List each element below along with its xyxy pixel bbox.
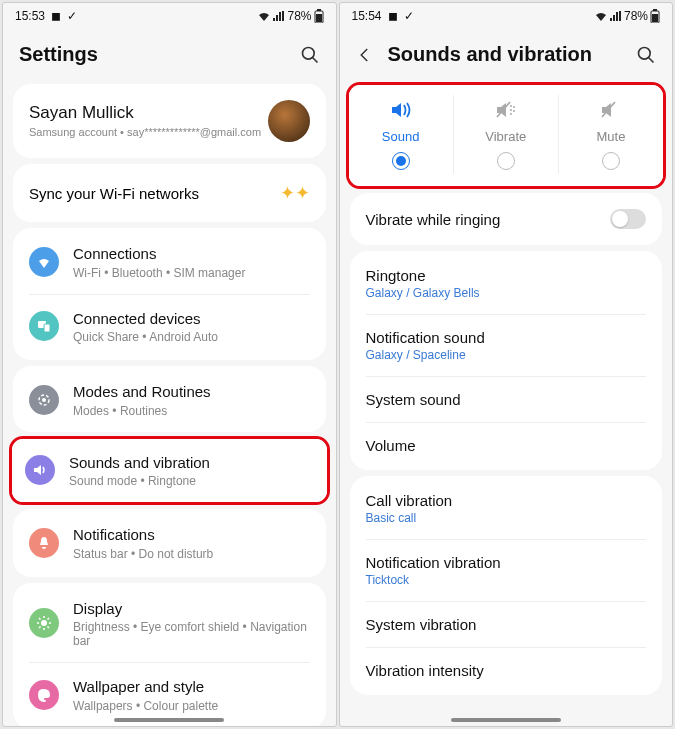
item-display[interactable]: Display Brightness • Eye comfort shield … (13, 585, 326, 663)
item-system-vibration[interactable]: System vibration (350, 602, 663, 647)
wifi-icon (257, 10, 271, 22)
mode-mute[interactable]: Mute (559, 95, 663, 174)
item-system-sound[interactable]: System sound (350, 377, 663, 422)
settings-screen: 15:53 ◼ ✓ 78% Settings Sayan Mullick (2, 2, 337, 727)
wifi-icon (594, 10, 608, 22)
radio-sound[interactable] (392, 152, 410, 170)
battery-pct: 78% (287, 9, 311, 23)
page-title: Settings (19, 43, 98, 66)
sound-mode-selector: Sound Vibrate Mute (349, 85, 664, 186)
vibrate-ring-card: Vibrate while ringing (350, 193, 663, 245)
svg-line-15 (48, 627, 50, 629)
mode-sound[interactable]: Sound (349, 95, 454, 174)
item-call-vibration[interactable]: Call vibration Basic call (350, 478, 663, 539)
battery-icon (314, 9, 324, 23)
header: Sounds and vibration (340, 25, 673, 78)
svg-rect-19 (652, 14, 658, 22)
mode-vibrate[interactable]: Vibrate (454, 95, 559, 174)
battery-icon (650, 9, 660, 23)
item-vibration-intensity[interactable]: Vibration intensity (350, 648, 663, 693)
wifi-circle-icon (29, 247, 59, 277)
display-card: Display Brightness • Eye comfort shield … (13, 583, 326, 728)
svg-point-21 (639, 47, 651, 59)
signal-icon (273, 11, 285, 21)
mute-icon (598, 99, 624, 121)
notif-icon: ◼ (51, 9, 61, 23)
sync-card[interactable]: Sync your Wi-Fi networks ✦✦ (13, 164, 326, 222)
highlight-modes: Sound Vibrate Mute (346, 82, 667, 189)
item-volume[interactable]: Volume (350, 423, 663, 468)
svg-rect-1 (316, 14, 322, 22)
signal-icon (610, 11, 622, 21)
svg-point-9 (41, 620, 47, 626)
svg-line-16 (39, 627, 41, 629)
notif-card: Notifications Status bar • Do not distur… (13, 509, 326, 577)
item-modes[interactable]: Modes and Routines Modes • Routines (13, 368, 326, 432)
item-connections[interactable]: Connections Wi-Fi • Bluetooth • SIM mana… (13, 230, 326, 294)
palette-icon (29, 680, 59, 710)
svg-rect-6 (44, 324, 50, 332)
bell-icon (29, 528, 59, 558)
sparkles-icon: ✦✦ (280, 182, 310, 204)
item-notification-sound[interactable]: Notification sound Galaxy / Spaceline (350, 315, 663, 376)
svg-rect-2 (317, 9, 321, 11)
home-indicator[interactable] (451, 718, 561, 722)
page-title: Sounds and vibration (388, 43, 592, 66)
account-name: Sayan Mullick (29, 103, 268, 123)
modes-card: Modes and Routines Modes • Routines (13, 366, 326, 432)
vibrate-icon (493, 99, 519, 121)
radio-vibrate[interactable] (497, 152, 515, 170)
time: 15:53 (15, 9, 45, 23)
devices-icon (29, 311, 59, 341)
svg-point-8 (42, 398, 46, 402)
search-icon[interactable] (636, 45, 656, 65)
notif-icon2: ✓ (404, 9, 414, 23)
item-vibrate-ringing[interactable]: Vibrate while ringing (350, 195, 663, 243)
notif-icon: ◼ (388, 9, 398, 23)
account-sub: Samsung account • say*************@gmail… (29, 125, 268, 139)
svg-line-4 (312, 57, 317, 62)
sound-on-icon (388, 99, 414, 121)
vibration-card: Call vibration Basic call Notification v… (350, 476, 663, 695)
item-notification-vibration[interactable]: Notification vibration Ticktock (350, 540, 663, 601)
highlight-sounds: Sounds and vibration Sound mode • Ringto… (9, 436, 330, 506)
item-connected-devices[interactable]: Connected devices Quick Share • Android … (13, 295, 326, 359)
svg-rect-20 (653, 9, 657, 11)
item-ringtone[interactable]: Ringtone Galaxy / Galaxy Bells (350, 253, 663, 314)
time: 15:54 (352, 9, 382, 23)
svg-line-14 (39, 618, 41, 620)
back-icon[interactable] (356, 46, 374, 64)
item-wallpaper[interactable]: Wallpaper and style Wallpapers • Colour … (13, 663, 326, 727)
sun-icon (29, 608, 59, 638)
svg-line-17 (48, 618, 50, 620)
sound-settings-card: Ringtone Galaxy / Galaxy Bells Notificat… (350, 251, 663, 470)
status-bar: 15:53 ◼ ✓ 78% (3, 3, 336, 25)
avatar[interactable] (268, 100, 310, 142)
item-sounds[interactable]: Sounds and vibration Sound mode • Ringto… (12, 439, 327, 503)
sync-label: Sync your Wi-Fi networks (29, 185, 199, 202)
notif-icon2: ✓ (67, 9, 77, 23)
modes-icon (29, 385, 59, 415)
header: Settings (3, 25, 336, 78)
radio-mute[interactable] (602, 152, 620, 170)
sound-icon (25, 455, 55, 485)
home-indicator[interactable] (114, 718, 224, 722)
connections-card: Connections Wi-Fi • Bluetooth • SIM mana… (13, 228, 326, 360)
search-icon[interactable] (300, 45, 320, 65)
item-notifications[interactable]: Notifications Status bar • Do not distur… (13, 511, 326, 575)
svg-line-22 (649, 57, 654, 62)
account-card[interactable]: Sayan Mullick Samsung account • say*****… (13, 84, 326, 158)
svg-point-3 (302, 47, 314, 59)
sounds-screen: 15:54 ◼ ✓ 78% Sounds and vibration (339, 2, 674, 727)
status-bar: 15:54 ◼ ✓ 78% (340, 3, 673, 25)
toggle-vibrate-ringing[interactable] (610, 209, 646, 229)
battery-pct: 78% (624, 9, 648, 23)
